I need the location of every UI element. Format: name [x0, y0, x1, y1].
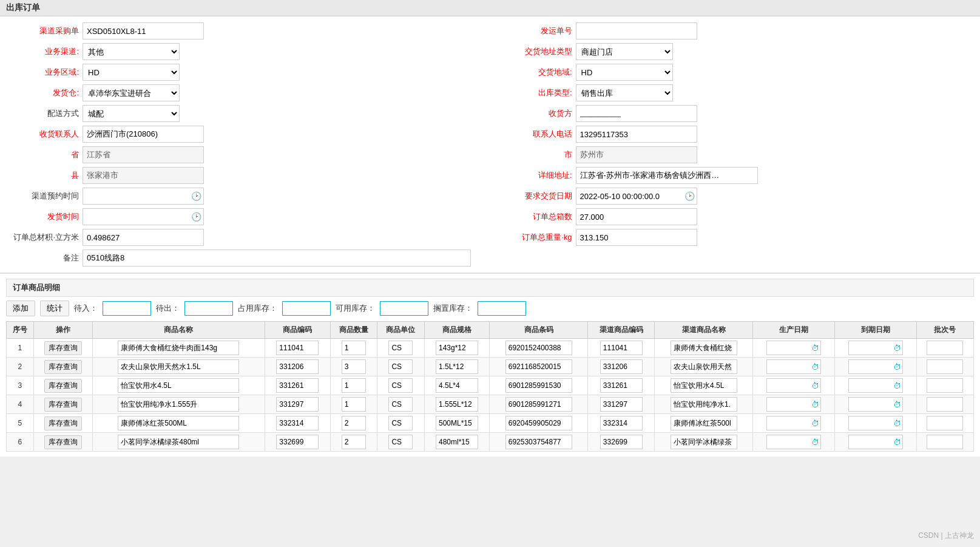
batch-no-input[interactable]: [927, 359, 963, 374]
shipping-warehouse-select[interactable]: 卓沛华东宝进研合 上海仓 北京仓: [83, 84, 180, 101]
channel-name-input[interactable]: [671, 416, 737, 430]
product-code-input[interactable]: [276, 378, 319, 393]
table-row: 2 库存查询 ⏱: [7, 358, 974, 376]
address-detail-input[interactable]: [576, 167, 758, 184]
spec-input[interactable]: [436, 416, 478, 430]
product-name-input[interactable]: [118, 341, 239, 355]
contact-phone-input[interactable]: [576, 126, 697, 143]
order-total-volume-input[interactable]: [83, 229, 204, 246]
product-code-input[interactable]: [276, 341, 319, 355]
batch-no-input[interactable]: [927, 378, 963, 393]
product-code-input[interactable]: [276, 397, 319, 412]
order-total-boxes-input[interactable]: [576, 208, 697, 225]
quantity-input[interactable]: [342, 397, 366, 412]
product-code-input[interactable]: [276, 435, 319, 449]
required-delivery-date-input[interactable]: [576, 188, 697, 205]
unit-input[interactable]: [388, 435, 413, 449]
product-name-input[interactable]: [118, 435, 239, 449]
available-stock-input[interactable]: [380, 301, 428, 316]
batch-no-input[interactable]: [927, 416, 963, 430]
quantity-input[interactable]: [342, 359, 366, 374]
stock-query-button[interactable]: 库存查询: [44, 379, 82, 393]
stock-query-button[interactable]: 库存查询: [44, 398, 82, 412]
channel-name-input[interactable]: [671, 435, 737, 449]
product-code-input[interactable]: [276, 416, 319, 430]
stock-query-button[interactable]: 库存查询: [44, 360, 82, 374]
unit-input[interactable]: [388, 359, 413, 374]
channel-name-input[interactable]: [671, 341, 737, 355]
channel-code-input[interactable]: [600, 435, 643, 449]
spec-input[interactable]: [436, 378, 478, 393]
unit-input[interactable]: [388, 397, 413, 412]
pending-out-input[interactable]: [184, 301, 233, 316]
delivery-area-select[interactable]: HD SH BJ: [576, 64, 673, 81]
stock-query-button[interactable]: 库存查询: [44, 435, 82, 449]
unit-input[interactable]: [388, 378, 413, 393]
product-name-input[interactable]: [118, 378, 239, 393]
cell-batch-no: [916, 433, 973, 452]
cell-quantity: [330, 433, 377, 452]
remarks-input[interactable]: [83, 250, 471, 267]
batch-no-input[interactable]: [927, 435, 963, 449]
batch-no-input[interactable]: [927, 397, 963, 412]
shipping-time-input[interactable]: [83, 208, 204, 225]
shipping-number-input[interactable]: [576, 22, 697, 39]
channel-code-input[interactable]: [600, 416, 643, 430]
batch-no-input[interactable]: [927, 341, 963, 355]
cell-product-code: [265, 339, 331, 358]
delivery-method-select[interactable]: 城配 快递 自提: [83, 105, 180, 122]
channel-name-input[interactable]: [671, 378, 737, 393]
idle-stock-input[interactable]: [478, 301, 526, 316]
cell-spec: [424, 395, 490, 414]
cell-unit: [377, 376, 425, 395]
spec-input[interactable]: [436, 435, 478, 449]
quantity-input[interactable]: [342, 378, 366, 393]
spec-input[interactable]: [436, 397, 478, 412]
quantity-input[interactable]: [342, 341, 366, 355]
cell-barcode: [490, 395, 588, 414]
barcode-input[interactable]: [505, 378, 572, 393]
order-total-weight-input[interactable]: [576, 229, 697, 246]
channel-booking-time-input[interactable]: [83, 188, 204, 205]
barcode-input[interactable]: [505, 416, 572, 430]
barcode-input[interactable]: [505, 341, 572, 355]
channel-code-input[interactable]: [600, 341, 643, 355]
add-button[interactable]: 添加: [6, 301, 35, 316]
unit-input[interactable]: [388, 341, 413, 355]
channel-code-input[interactable]: [600, 397, 643, 412]
occupied-stock-input[interactable]: [282, 301, 331, 316]
spec-input[interactable]: [436, 359, 478, 374]
receiver-input[interactable]: [576, 105, 697, 122]
cell-product-name: [92, 414, 265, 433]
business-channel-select[interactable]: 其他 直营 加盟: [83, 43, 180, 60]
channel-code-input[interactable]: [600, 378, 643, 393]
channel-code-input[interactable]: [600, 359, 643, 374]
channel-name-input[interactable]: [671, 359, 737, 374]
product-name-input[interactable]: [118, 416, 239, 430]
province-label: 省: [12, 149, 79, 160]
outbound-type-select[interactable]: 销售出库 调拨出库 退货出库: [576, 84, 673, 101]
product-code-input[interactable]: [276, 359, 319, 374]
cell-channel-name: [655, 376, 753, 395]
barcode-input[interactable]: [505, 359, 572, 374]
stats-button[interactable]: 统计: [40, 301, 69, 316]
contact-person-input[interactable]: [83, 126, 204, 143]
cell-expiry-date: ⏱: [835, 433, 917, 452]
expiry-date-clock-icon: ⏱: [893, 438, 901, 447]
product-name-input[interactable]: [118, 359, 239, 374]
barcode-input[interactable]: [505, 397, 572, 412]
spec-input[interactable]: [436, 341, 478, 355]
pending-in-input[interactable]: [103, 301, 151, 316]
quantity-input[interactable]: [342, 416, 366, 430]
channel-name-input[interactable]: [671, 397, 737, 412]
barcode-input[interactable]: [505, 435, 572, 449]
stock-query-button[interactable]: 库存查询: [44, 341, 82, 355]
stock-query-button[interactable]: 库存查询: [44, 416, 82, 430]
business-area-select[interactable]: HD SH BJ: [83, 64, 180, 81]
shipping-warehouse-row: 发货仓: 卓沛华东宝进研合 上海仓 北京仓: [12, 84, 487, 101]
unit-input[interactable]: [388, 416, 413, 430]
quantity-input[interactable]: [342, 435, 366, 449]
product-name-input[interactable]: [118, 397, 239, 412]
delivery-address-type-select[interactable]: 商超门店 仓库 其他: [576, 43, 673, 60]
channel-order-input[interactable]: [83, 22, 204, 39]
